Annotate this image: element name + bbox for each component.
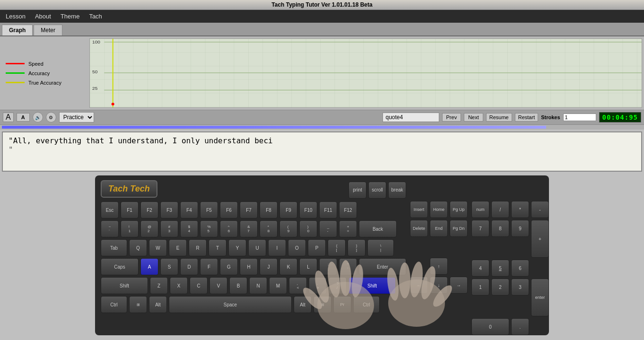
key-w[interactable]: W [149,239,167,256]
key-esc[interactable]: Esc [101,201,119,218]
key-left[interactable]: ← [410,277,428,294]
key-num1[interactable]: 1 [471,279,489,296]
key-f10[interactable]: F10 [299,201,317,218]
mode-select[interactable]: Practice Test Custom [59,112,94,122]
key-e[interactable]: E [169,239,187,256]
key-tab[interactable]: Tab [101,239,127,256]
key-rbracket[interactable]: }] [348,239,366,256]
key-period[interactable]: .> [309,277,327,294]
key-backspace[interactable]: Back [359,220,397,237]
key-3[interactable]: #3 [160,220,178,237]
menu-tach[interactable]: Tach [87,12,104,21]
key-lshift[interactable]: Shift [101,277,148,294]
key-end[interactable]: End [430,220,448,237]
key-rshift[interactable]: Shift [348,277,396,294]
key-nummul[interactable]: * [511,201,529,218]
key-lctrl[interactable]: Ctrl [101,296,127,313]
key-pgdn[interactable]: Pg Dn [450,220,468,237]
key-f8[interactable]: F8 [260,201,278,218]
key-lalt[interactable]: Alt [149,296,167,313]
print-key[interactable]: print [348,182,366,199]
key-6[interactable]: ^6 [220,220,238,237]
key-f12[interactable]: F12 [339,201,357,218]
key-1[interactable]: !1 [121,220,139,237]
key-pgup[interactable]: Pg Up [450,201,468,218]
key-comma[interactable]: ,< [289,277,307,294]
key-backslash[interactable]: \| [367,239,394,256]
key-prtscr[interactable]: Pr [333,296,351,313]
scroll-key[interactable]: scroll [368,182,386,199]
key-0[interactable]: )0 [299,220,317,237]
restart-button[interactable]: Restart [515,113,538,122]
key-numenter[interactable]: enter [531,279,549,316]
key-o[interactable]: O [288,239,306,256]
key-up[interactable]: ↑ [430,258,448,275]
key-numminus[interactable]: - [531,201,549,218]
menu-lesson[interactable]: Lesson [4,12,27,21]
key-slash[interactable]: ?/ [329,277,347,294]
key-enter[interactable]: Enter [359,258,406,275]
key-equals[interactable]: += [339,220,357,237]
resume-button[interactable]: Resume [486,113,512,122]
key-num5[interactable]: 5 [491,260,509,277]
audio-icon[interactable]: 🔊 [33,112,43,122]
prev-button[interactable]: Prev [442,113,461,122]
font-small-button[interactable]: A [17,113,30,122]
key-l[interactable]: L [299,258,317,275]
key-num0[interactable]: 0 [471,318,509,335]
quote-input[interactable] [383,113,439,122]
key-c[interactable]: C [190,277,208,294]
key-y[interactable]: Y [228,239,246,256]
key-num7[interactable]: 7 [471,220,489,237]
key-z[interactable]: Z [150,277,168,294]
key-home[interactable]: Home [430,201,448,218]
key-numplus[interactable]: + [531,220,549,258]
key-a[interactable]: A [140,258,158,275]
key-g[interactable]: G [220,258,238,275]
key-u[interactable]: U [248,239,266,256]
key-q[interactable]: Q [129,239,147,256]
key-num3[interactable]: 3 [511,279,529,296]
key-f11[interactable]: F11 [319,201,337,218]
key-down[interactable]: ↓ [430,277,448,294]
key-numdot[interactable]: . [511,318,529,335]
key-ralt[interactable]: Alt [294,296,312,313]
key-p[interactable]: P [308,239,326,256]
key-quote[interactable]: "' [339,258,357,275]
menu-theme[interactable]: Theme [59,12,81,21]
key-semicolon[interactable]: :; [319,258,337,275]
key-space[interactable]: Space [169,296,292,313]
key-7[interactable]: &7 [240,220,258,237]
key-t[interactable]: T [209,239,226,256]
key-rwin[interactable]: ⊞ [313,296,331,313]
key-tilde[interactable]: ~` [101,220,119,237]
key-n[interactable]: N [249,277,267,294]
key-j[interactable]: J [260,258,278,275]
key-d[interactable]: D [180,258,198,275]
key-f1[interactable]: F1 [121,201,139,218]
key-m[interactable]: M [269,277,287,294]
key-f7[interactable]: F7 [240,201,258,218]
key-v[interactable]: V [209,277,227,294]
next-button[interactable]: Next [464,113,483,122]
key-insert[interactable]: Insert [410,201,428,218]
key-minus[interactable]: _- [319,220,337,237]
key-f3[interactable]: F3 [160,201,178,218]
key-f9[interactable]: F9 [279,201,297,218]
key-caps[interactable]: Caps [101,258,139,275]
settings-icon[interactable]: ⚙ [46,112,56,122]
key-k[interactable]: K [279,258,297,275]
tab-graph[interactable]: Graph [2,25,33,35]
tab-meter[interactable]: Meter [34,25,62,35]
key-r[interactable]: R [189,239,207,256]
key-i[interactable]: I [268,239,286,256]
font-large-button[interactable]: A [3,113,14,122]
key-f[interactable]: F [200,258,218,275]
key-x[interactable]: X [170,277,188,294]
key-right[interactable]: → [450,277,468,294]
key-lwin[interactable]: ⊞ [129,296,147,313]
strokes-input[interactable] [563,113,596,121]
key-numlock[interactable]: num [471,201,489,218]
key-f4[interactable]: F4 [180,201,198,218]
key-h[interactable]: H [240,258,258,275]
